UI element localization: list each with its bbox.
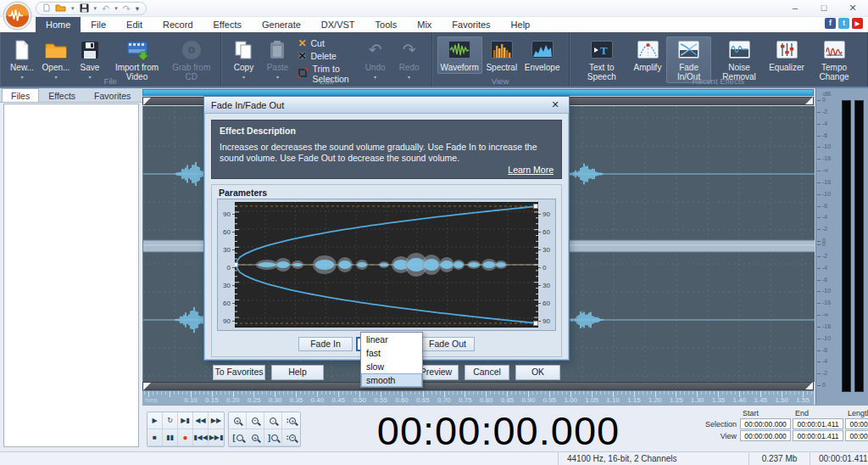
view-row-label: View bbox=[705, 430, 738, 441]
menu-tab-effects[interactable]: Effects bbox=[203, 17, 252, 32]
go-to-end-button[interactable]: ▶▶▮ bbox=[209, 429, 224, 446]
dialog-title-bar[interactable]: Fade In/Fade Out ✕ bbox=[204, 97, 569, 114]
cut-button[interactable]: ✕ Cut bbox=[298, 38, 354, 48]
pan-handle-right-icon[interactable] bbox=[805, 97, 813, 104]
zoom-selection-end-button[interactable]: ] bbox=[264, 429, 282, 446]
dialog-close-icon[interactable]: ✕ bbox=[548, 99, 562, 110]
menu-tab-favorites[interactable]: Favorites bbox=[442, 17, 500, 32]
play-to-end-button[interactable]: ▶▮ bbox=[178, 412, 193, 429]
undo-icon: ↶ bbox=[102, 3, 109, 14]
selection-start-field[interactable]: 00:00:00.000 bbox=[740, 418, 791, 429]
menu-tab-file[interactable]: File bbox=[81, 17, 116, 32]
duration-status: 00:00:01.411 bbox=[810, 452, 868, 465]
zoom-vertical-in-button[interactable]: ∶+ bbox=[282, 412, 300, 429]
ribbon-group-file: New...▾ Open...▾ Save▾ Import from Video… bbox=[0, 32, 221, 87]
panel-tab-files[interactable]: Files bbox=[2, 88, 39, 102]
magnifier-icon bbox=[236, 434, 243, 441]
pan-handle-left-icon[interactable] bbox=[143, 98, 151, 105]
pan-handle-right-icon[interactable] bbox=[805, 382, 813, 389]
loop-playback-button[interactable]: ↻ bbox=[163, 412, 178, 429]
stop-button[interactable]: ■ bbox=[147, 429, 163, 446]
spectral-view-button[interactable]: Spectral bbox=[482, 36, 521, 74]
menu-tab-generate[interactable]: Generate bbox=[252, 17, 311, 32]
play-button[interactable]: ▶ bbox=[147, 412, 163, 429]
selection-length-field[interactable]: 00:00:01.411 bbox=[845, 418, 868, 429]
db-label: -∞ bbox=[822, 167, 828, 173]
save-floppy-icon bbox=[81, 38, 99, 61]
db-label: 0 bbox=[822, 241, 826, 247]
app-logo[interactable] bbox=[3, 1, 32, 31]
open-dropdown-caret[interactable]: ▾ bbox=[71, 5, 75, 12]
menu-tab-edit[interactable]: Edit bbox=[116, 17, 153, 32]
rewind-button[interactable]: ◀◀ bbox=[193, 412, 209, 429]
record-button[interactable]: ● bbox=[178, 429, 193, 446]
help-button[interactable]: Help bbox=[271, 365, 324, 380]
facebook-icon[interactable]: f bbox=[825, 18, 836, 29]
view-length-field[interactable]: 00:00:01.411 bbox=[845, 430, 868, 441]
db-tick bbox=[817, 361, 821, 362]
fade-out-button[interactable]: Fade Out bbox=[420, 337, 475, 351]
db-tick bbox=[817, 280, 821, 281]
dropdown-option-smooth[interactable]: smooth bbox=[361, 373, 422, 387]
dropdown-option-fast[interactable]: fast bbox=[361, 346, 422, 360]
effect-description-title: Effect Description bbox=[220, 126, 554, 136]
menu-tab-home[interactable]: Home bbox=[36, 17, 81, 32]
db-label: -4 bbox=[822, 358, 827, 364]
open-folder-icon[interactable] bbox=[55, 3, 66, 14]
view-start-field[interactable]: 00:00:00.000 bbox=[740, 430, 791, 441]
maximize-button[interactable]: □ bbox=[814, 0, 834, 15]
menu-tab-tools[interactable]: Tools bbox=[365, 17, 408, 32]
menu-tab-mix[interactable]: Mix bbox=[407, 17, 442, 32]
to-favorites-button[interactable]: To Favorites bbox=[213, 365, 265, 380]
fade-in-button[interactable]: Fade In bbox=[298, 337, 353, 351]
new-file-icon[interactable] bbox=[43, 3, 50, 14]
amplify-button[interactable]: Amplify bbox=[629, 36, 666, 74]
delete-button[interactable]: ✕ Delete bbox=[298, 51, 354, 61]
horizontal-pan-bar-bottom[interactable] bbox=[142, 382, 814, 390]
learn-more-link[interactable]: Learn More bbox=[508, 165, 554, 175]
scissors-icon: ✕ bbox=[298, 39, 306, 48]
twitter-icon[interactable]: t bbox=[838, 18, 849, 29]
close-button[interactable]: ✕ bbox=[843, 0, 863, 15]
dropdown-option-slow[interactable]: slow bbox=[361, 360, 422, 373]
db-tick bbox=[817, 373, 821, 374]
panel-tab-favorites[interactable]: Favorites bbox=[85, 88, 140, 102]
menu-tab-help[interactable]: Help bbox=[501, 17, 541, 32]
dropdown-option-linear[interactable]: linear bbox=[361, 333, 422, 346]
save-dropdown-caret[interactable]: ▾ bbox=[94, 5, 97, 12]
pan-handle-left-icon[interactable] bbox=[143, 383, 151, 390]
qat-customize-caret[interactable]: ▾ bbox=[136, 5, 139, 13]
zoom-vertical-out-button[interactable]: ∶− bbox=[282, 429, 300, 446]
selection-end-field[interactable]: 00:00:01.411 bbox=[793, 418, 843, 429]
pause-button[interactable]: ▮▮ bbox=[163, 429, 178, 446]
view-end-field[interactable]: 00:00:01.411 bbox=[793, 430, 843, 441]
magnifier-icon: + bbox=[289, 417, 296, 424]
timeline-ruler[interactable]: hms 0.100.150.200.250.300.350.400.450.50… bbox=[142, 390, 814, 405]
files-panel-tabs: FilesEffectsFavorites bbox=[0, 88, 142, 103]
ok-button[interactable]: OK bbox=[515, 365, 560, 380]
menu-tab-record[interactable]: Record bbox=[153, 17, 203, 32]
selview-header-start: Start bbox=[740, 409, 791, 417]
waveform-view-button[interactable]: Waveform bbox=[437, 36, 482, 74]
minimize-button[interactable]: – bbox=[785, 0, 805, 15]
db-label: -16 bbox=[822, 323, 831, 329]
youtube-icon[interactable]: ▶ bbox=[852, 18, 863, 29]
fade-graph[interactable]: 9060300306090 9060300306090 bbox=[217, 199, 556, 331]
overview-strip[interactable] bbox=[142, 89, 814, 96]
zoom-out-button[interactable]: − bbox=[247, 412, 264, 429]
equalizer-button[interactable]: Equalizer bbox=[767, 36, 806, 74]
file-list[interactable] bbox=[3, 104, 139, 447]
go-to-start-button[interactable]: ▮◀◀ bbox=[193, 429, 209, 446]
zoom-100-button[interactable]: · bbox=[264, 412, 282, 429]
cancel-button[interactable]: Cancel bbox=[465, 365, 509, 380]
save-icon[interactable] bbox=[80, 3, 89, 14]
zoom-in-button[interactable]: + bbox=[229, 412, 247, 429]
fast-forward-button[interactable]: ▶▶ bbox=[209, 412, 224, 429]
panel-tab-effects[interactable]: Effects bbox=[39, 88, 85, 102]
menu-tab-dx-vst[interactable]: DX/VST bbox=[311, 17, 365, 32]
undo-dropdown-caret: ▾ bbox=[114, 5, 118, 12]
zoom-to-selection-button[interactable]: + bbox=[247, 429, 264, 446]
zoom-selection-start-button[interactable]: [ bbox=[229, 429, 247, 446]
quick-access-toolbar: ▾ ▾ ↶ ▾ ↷ ▾ bbox=[36, 2, 147, 15]
envelope-view-button[interactable]: Envelope bbox=[521, 36, 564, 74]
